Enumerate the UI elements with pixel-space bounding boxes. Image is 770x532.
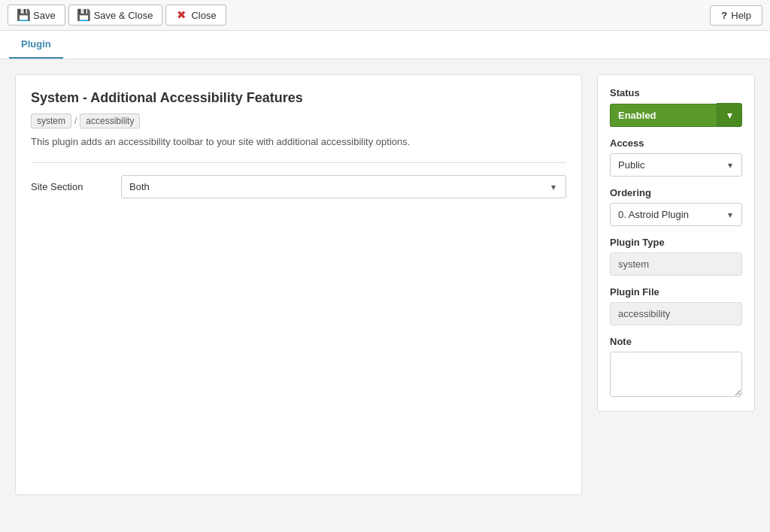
status-row: Enabled ▾: [610, 103, 742, 127]
field-group: Status Enabled ▾ Access Public Guest: [610, 87, 742, 399]
main-content: System - Additional Accessibility Featur…: [0, 59, 770, 510]
tab-plugin[interactable]: Plugin: [9, 31, 63, 59]
plugin-file-field: Plugin File accessibility: [610, 286, 742, 325]
tag-system: system: [31, 113, 71, 128]
ordering-select-wrap: 0. Astroid Plugin ▾: [610, 203, 742, 226]
save-close-label: Save & Close: [94, 10, 153, 21]
tag-group: system / accessibility: [31, 113, 566, 128]
save-icon: 💾: [17, 9, 29, 21]
save-close-icon: 💾: [78, 9, 90, 21]
side-card: Status Enabled ▾ Access Public Guest: [597, 74, 755, 412]
access-select[interactable]: Public Guest Registered Special: [610, 153, 742, 177]
access-select-wrap: Public Guest Registered Special ▾: [610, 153, 742, 177]
status-value: Enabled: [610, 104, 717, 127]
plugin-type-value: system: [610, 252, 742, 276]
status-chevron-icon: ▾: [727, 109, 732, 121]
status-dropdown-button[interactable]: ▾: [717, 103, 742, 127]
site-section-select[interactable]: Both Site Admin: [121, 175, 566, 198]
note-textarea[interactable]: [610, 352, 742, 397]
save-button[interactable]: 💾 Save: [8, 5, 65, 26]
plugin-type-label: Plugin Type: [610, 237, 742, 248]
plugin-file-label: Plugin File: [610, 286, 742, 298]
close-label: Close: [191, 10, 216, 21]
card-title: System - Additional Accessibility Featur…: [31, 90, 566, 106]
side-panel: Status Enabled ▾ Access Public Guest: [597, 74, 755, 495]
plugin-type-field: Plugin Type system: [610, 237, 742, 276]
ordering-select[interactable]: 0. Astroid Plugin: [610, 203, 742, 226]
note-label: Note: [610, 336, 742, 347]
site-section-select-wrap: Both Site Admin ▾: [121, 175, 566, 198]
close-icon: ✖: [175, 9, 187, 21]
plugin-card: System - Additional Accessibility Featur…: [15, 74, 582, 495]
save-close-button[interactable]: 💾 Save & Close: [68, 5, 163, 26]
site-section-label: Site Section: [31, 181, 106, 192]
status-label: Status: [610, 87, 742, 98]
toolbar: 💾 Save 💾 Save & Close ✖ Close ? Help: [0, 0, 770, 31]
help-icon: ?: [721, 10, 727, 21]
close-button[interactable]: ✖ Close: [165, 5, 226, 26]
note-field: Note: [610, 336, 742, 399]
site-section-row: Site Section Both Site Admin ▾: [31, 175, 566, 198]
help-label: Help: [731, 10, 751, 21]
ordering-label: Ordering: [610, 187, 742, 198]
ordering-field: Ordering 0. Astroid Plugin ▾: [610, 187, 742, 226]
access-field: Access Public Guest Registered Special ▾: [610, 138, 742, 177]
tag-separator: /: [73, 116, 78, 126]
status-field: Status Enabled ▾: [610, 87, 742, 127]
access-label: Access: [610, 138, 742, 149]
plugin-file-value: accessibility: [610, 302, 742, 325]
card-divider: [31, 162, 566, 163]
card-description: This plugin adds an accessibility toolba…: [31, 136, 566, 147]
tag-accessibility: accessibility: [80, 113, 140, 128]
help-button[interactable]: ? Help: [710, 5, 762, 26]
save-label: Save: [33, 10, 56, 21]
tabs-bar: Plugin: [0, 31, 770, 59]
